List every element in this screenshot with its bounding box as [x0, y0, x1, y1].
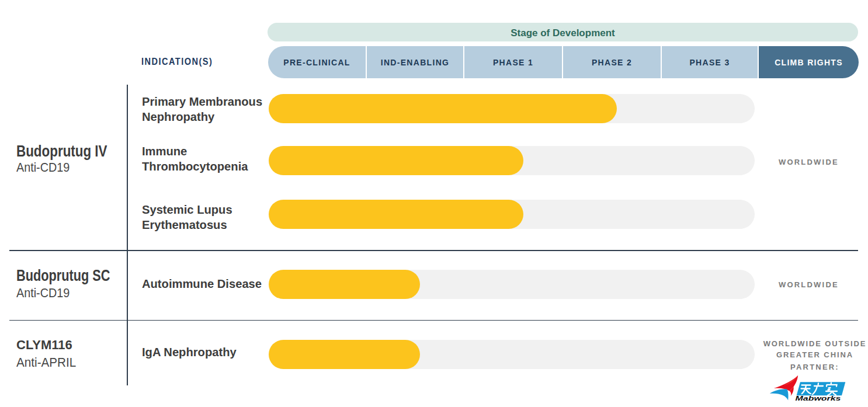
svg-text:Mabworks: Mabworks	[796, 395, 842, 402]
